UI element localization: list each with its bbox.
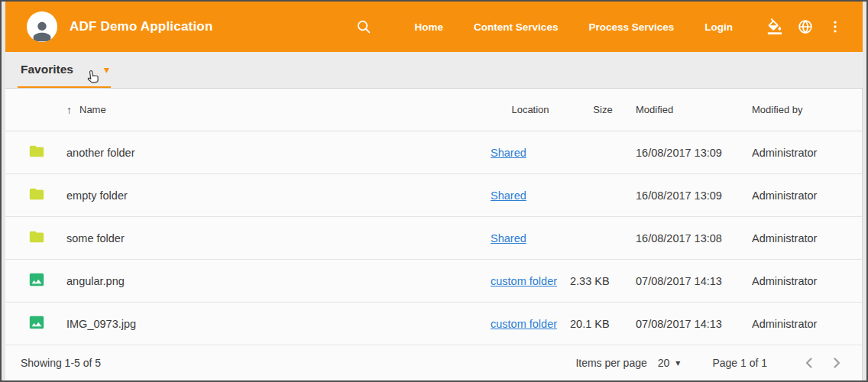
modified-date: 07/08/2017 14:13 xyxy=(636,318,752,330)
app-header: ADF Demo Application Home Content Servic… xyxy=(5,2,863,52)
nav-login[interactable]: Login xyxy=(704,21,733,33)
language-globe-icon[interactable] xyxy=(797,18,814,35)
table-row[interactable]: angular.png custom folder 2.33 KB 07/08/… xyxy=(5,260,862,303)
avatar xyxy=(27,11,57,42)
column-header-location[interactable]: Location xyxy=(491,104,570,115)
file-name[interactable]: empty folder xyxy=(66,189,491,202)
file-name[interactable]: another folder xyxy=(66,147,491,159)
modified-by: Administrator xyxy=(752,147,848,159)
app-title: ADF Demo Application xyxy=(70,19,213,34)
chevron-right-icon xyxy=(828,354,846,372)
search-icon[interactable] xyxy=(355,18,372,35)
file-size: 2.33 KB xyxy=(570,275,636,287)
favorites-tab-label: Favorites xyxy=(21,63,73,76)
nav-content-services[interactable]: Content Services xyxy=(474,21,558,33)
items-per-page-label: Items per page xyxy=(575,357,646,369)
folder-icon xyxy=(28,186,45,205)
modified-by: Administrator xyxy=(752,275,848,287)
nav-home[interactable]: Home xyxy=(415,21,444,33)
document-list: ↑ Name Location Size Modified Modified b… xyxy=(5,89,863,345)
chevron-down-icon: ▾ xyxy=(104,64,109,75)
column-header-name[interactable]: ↑ Name xyxy=(66,104,491,116)
location-link[interactable]: Shared xyxy=(491,147,526,159)
image-icon xyxy=(28,271,45,290)
column-header-modified-by[interactable]: Modified by xyxy=(752,104,848,115)
modified-by: Administrator xyxy=(752,189,848,202)
table-header-row: ↑ Name Location Size Modified Modified b… xyxy=(5,89,862,131)
file-name[interactable]: angular.png xyxy=(66,275,491,287)
table-row[interactable]: empty folder Shared 16/08/2017 13:09 Adm… xyxy=(5,174,862,217)
page-status-label: Page 1 of 1 xyxy=(712,357,767,369)
view-switcher-bar: Favorites ▾ xyxy=(5,52,863,89)
file-size: 20.1 KB xyxy=(570,318,636,330)
modified-date: 16/08/2017 13:09 xyxy=(636,189,752,202)
folder-icon xyxy=(28,228,45,248)
header-nav: Home Content Services Process Services L… xyxy=(355,18,843,36)
showing-range-label: Showing 1-5 of 5 xyxy=(21,357,101,369)
file-name[interactable]: some folder xyxy=(66,232,491,244)
more-menu-icon[interactable] xyxy=(828,18,843,35)
image-icon xyxy=(28,314,45,333)
chevron-down-icon: ▾ xyxy=(675,358,680,368)
folder-icon xyxy=(28,143,45,162)
file-name[interactable]: IMG_0973.jpg xyxy=(66,318,491,330)
modified-date: 16/08/2017 13:09 xyxy=(636,147,752,159)
previous-page-button[interactable] xyxy=(798,351,821,374)
location-link[interactable]: custom folder xyxy=(491,318,557,330)
nav-process-services[interactable]: Process Services xyxy=(588,21,674,33)
modified-by: Administrator xyxy=(752,318,848,330)
favorites-tab[interactable]: Favorites ▾ xyxy=(18,52,111,88)
column-header-size[interactable]: Size xyxy=(570,104,636,115)
table-row[interactable]: IMG_0973.jpg custom folder 20.1 KB 07/08… xyxy=(5,303,862,345)
table-row[interactable]: another folder Shared 16/08/2017 13:09 A… xyxy=(5,131,862,174)
theme-picker-icon[interactable] xyxy=(766,18,783,36)
next-page-button[interactable] xyxy=(825,351,848,374)
modified-date: 16/08/2017 13:08 xyxy=(636,232,752,244)
items-per-page-select[interactable]: 20 ▾ xyxy=(658,357,681,369)
pagination-bar: Showing 1-5 of 5 Items per page 20 ▾ Pag… xyxy=(5,345,863,380)
modified-by: Administrator xyxy=(752,232,848,244)
location-link[interactable]: Shared xyxy=(491,189,526,202)
modified-date: 07/08/2017 14:13 xyxy=(636,275,752,287)
items-per-page-value: 20 xyxy=(658,357,670,369)
location-link[interactable]: custom folder xyxy=(491,275,557,287)
app-window: ADF Demo Application Home Content Servic… xyxy=(0,0,868,382)
sort-ascending-icon: ↑ xyxy=(66,104,72,116)
column-header-modified[interactable]: Modified xyxy=(636,104,752,115)
table-row[interactable]: some folder Shared 16/08/2017 13:08 Admi… xyxy=(5,217,862,260)
chevron-left-icon xyxy=(800,354,818,372)
location-link[interactable]: Shared xyxy=(491,232,526,244)
